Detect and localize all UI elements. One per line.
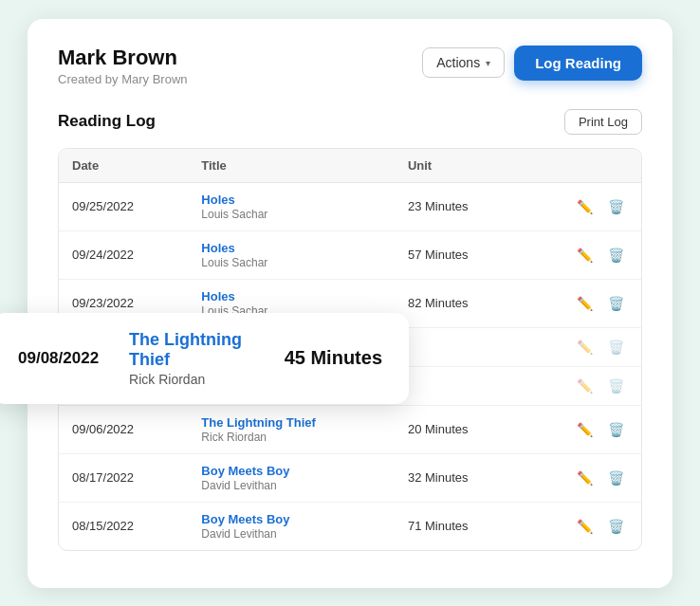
page-header: Mark Brown Created by Mary Brown Actions… (58, 46, 642, 86)
edit-button[interactable]: ✏️ (573, 246, 597, 265)
cell-date: 09/25/2022 (59, 182, 188, 230)
reading-log-title: Reading Log (58, 112, 156, 131)
book-title[interactable]: Boy Meets Boy (201, 512, 381, 526)
table-row: 09/06/2022 The Lightning Thief Rick Rior… (59, 405, 641, 453)
edit-button[interactable]: ✏️ (573, 468, 597, 487)
book-title[interactable]: Boy Meets Boy (201, 464, 381, 478)
cell-title: The Lightning Thief Rick Riordan (188, 405, 395, 453)
cell-row-actions: ✏️ 🗑️ (522, 502, 641, 550)
table-row: 08/17/2022 Boy Meets Boy David Levithan … (59, 453, 641, 502)
header-actions: Actions ▾ Log Reading (422, 46, 642, 81)
delete-button[interactable]: 🗑️ (604, 468, 628, 487)
cell-date: 08/17/2022 (59, 453, 188, 502)
cell-unit: 20 Minutes (395, 405, 522, 453)
cell-row-actions: ✏️ 🗑️ (522, 182, 641, 230)
row-actions: ✏️ 🗑️ (535, 468, 628, 487)
book-author: Louis Sachar (201, 208, 381, 221)
highlight-popup: 09/08/2022 The Lightning Thief Rick Rior… (0, 313, 409, 404)
section-header: Reading Log Print Log (58, 109, 642, 135)
row-actions: ✏️ 🗑️ (535, 294, 628, 313)
row-actions: ✏️ 🗑️ (535, 246, 628, 265)
row-actions: ✏️ 🗑️ (535, 376, 628, 395)
col-title: Title (188, 149, 395, 183)
book-author: Rick Riordan (201, 431, 381, 444)
edit-button[interactable]: ✏️ (573, 376, 597, 395)
print-log-button[interactable]: Print Log (564, 109, 642, 135)
cell-unit: 32 Minutes (395, 453, 522, 502)
cell-title: Holes Louis Sachar (188, 182, 395, 230)
col-date: Date (59, 149, 188, 183)
user-name: Mark Brown (58, 46, 188, 70)
cell-row-actions: ✏️ 🗑️ (522, 279, 641, 327)
cell-date: 09/06/2022 (59, 405, 188, 453)
cell-row-actions: ✏️ 🗑️ (522, 327, 641, 366)
delete-button[interactable]: 🗑️ (604, 246, 628, 265)
table-row: 09/24/2022 Holes Louis Sachar 57 Minutes… (59, 230, 641, 279)
cell-unit: 82 Minutes (395, 279, 522, 327)
row-actions: ✏️ 🗑️ (535, 338, 628, 357)
delete-button[interactable]: 🗑️ (604, 338, 628, 357)
user-info: Mark Brown Created by Mary Brown (58, 46, 188, 86)
book-title[interactable]: Holes (201, 289, 381, 303)
delete-button[interactable]: 🗑️ (604, 197, 628, 216)
row-actions: ✏️ 🗑️ (535, 197, 628, 216)
outer-container: Mark Brown Created by Mary Brown Actions… (28, 19, 672, 588)
cell-unit (395, 366, 522, 405)
book-title[interactable]: Holes (201, 193, 381, 207)
cell-row-actions: ✏️ 🗑️ (522, 366, 641, 405)
popup-book-title: The Lightning Thief (129, 330, 254, 370)
popup-book-author: Rick Riordan (129, 372, 254, 387)
cell-date: 09/24/2022 (59, 230, 188, 279)
popup-date: 09/08/2022 (18, 349, 99, 368)
col-actions (522, 149, 641, 183)
cell-unit: 71 Minutes (395, 502, 522, 550)
cell-unit: 23 Minutes (395, 182, 522, 230)
cell-title: Boy Meets Boy David Levithan (188, 502, 395, 550)
delete-button[interactable]: 🗑️ (604, 517, 628, 536)
cell-unit: 57 Minutes (395, 230, 522, 279)
created-by: Created by Mary Brown (58, 72, 188, 86)
table-header-row: Date Title Unit (59, 149, 641, 183)
row-actions: ✏️ 🗑️ (535, 420, 628, 439)
cell-unit (395, 327, 522, 366)
book-title[interactable]: The Lightning Thief (201, 415, 381, 430)
edit-button[interactable]: ✏️ (573, 420, 597, 439)
book-author: Louis Sachar (201, 256, 381, 269)
chevron-down-icon: ▾ (486, 58, 490, 68)
book-author: David Levithan (201, 527, 381, 541)
cell-title: Holes Louis Sachar (188, 230, 395, 279)
cell-row-actions: ✏️ 🗑️ (522, 453, 641, 502)
table-row: 09/25/2022 Holes Louis Sachar 23 Minutes… (59, 182, 641, 230)
book-title[interactable]: Holes (201, 241, 381, 255)
delete-button[interactable]: 🗑️ (604, 376, 628, 395)
popup-unit: 45 Minutes (285, 347, 382, 369)
actions-button[interactable]: Actions ▾ (422, 47, 505, 78)
cell-row-actions: ✏️ 🗑️ (522, 230, 641, 279)
edit-button[interactable]: ✏️ (573, 294, 597, 313)
edit-button[interactable]: ✏️ (573, 517, 597, 536)
main-card: Mark Brown Created by Mary Brown Actions… (28, 19, 672, 588)
edit-button[interactable]: ✏️ (573, 338, 597, 357)
cell-row-actions: ✏️ 🗑️ (522, 405, 641, 453)
delete-button[interactable]: 🗑️ (604, 420, 628, 439)
log-reading-button[interactable]: Log Reading (514, 46, 642, 81)
table-row: 08/15/2022 Boy Meets Boy David Levithan … (59, 502, 641, 550)
col-unit: Unit (395, 149, 522, 183)
row-actions: ✏️ 🗑️ (535, 517, 628, 536)
actions-label: Actions (436, 55, 480, 70)
delete-button[interactable]: 🗑️ (604, 294, 628, 313)
popup-book-info: The Lightning Thief Rick Riordan (129, 330, 254, 387)
book-author: David Levithan (201, 479, 381, 492)
cell-date: 08/15/2022 (59, 502, 188, 550)
edit-button[interactable]: ✏️ (573, 197, 597, 216)
cell-title: Boy Meets Boy David Levithan (188, 453, 395, 502)
